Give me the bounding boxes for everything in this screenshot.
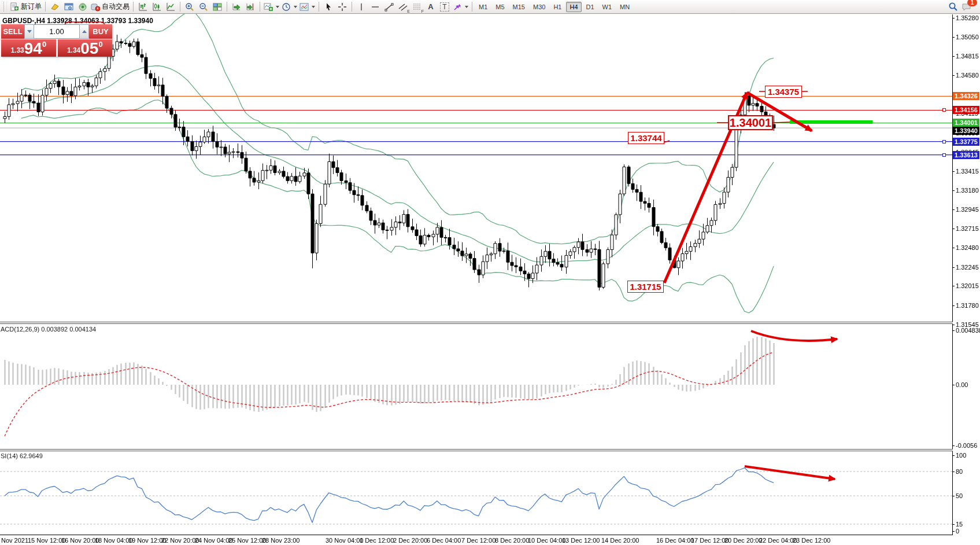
trendline-button[interactable] (382, 1, 396, 13)
zoom-in-button[interactable] (183, 1, 197, 13)
time-axis-label: 17 Dec 12:00 (691, 537, 728, 544)
auto-trading-label: 自动交易 (102, 2, 130, 12)
timeframe-d1[interactable]: D1 (583, 2, 598, 12)
price-tick-label: 1.32015 (956, 282, 979, 289)
time-axis-label: 16 Dec 04:00 (656, 537, 694, 544)
price-tick-label: 1.33180 (956, 187, 979, 194)
time-axis-label: Nov 2021 (1, 537, 28, 544)
pane-splitter-macd[interactable] (0, 322, 953, 324)
buy-price-pipette: 0 (98, 40, 102, 49)
line-chart-icon (166, 2, 175, 12)
timeframe-mn[interactable]: MN (616, 2, 633, 12)
tile-windows-button[interactable] (210, 1, 224, 13)
time-axis-label: 1 Dec 12:00 (360, 537, 394, 544)
rsi-tick-label: 0 (956, 528, 959, 535)
timeframe-m5[interactable]: M5 (492, 2, 508, 12)
line-chart-button[interactable] (164, 1, 177, 13)
signals-button[interactable] (76, 1, 90, 13)
cursor-icon (324, 2, 333, 12)
line-drag-handle[interactable] (942, 140, 946, 143)
search-button[interactable] (946, 1, 960, 13)
candlestick-chart-button[interactable] (150, 1, 164, 13)
bar-chart-button[interactable] (136, 1, 150, 13)
sell-price-display[interactable]: 1.33 94 0 (1, 39, 56, 57)
volume-up-button[interactable] (79, 24, 89, 39)
chart-window-icon (64, 2, 73, 12)
buy-button[interactable]: BUY (89, 24, 112, 39)
text-label-button[interactable]: T (438, 1, 452, 13)
level-price-tag: 1.34156 (953, 106, 979, 114)
text-label-icon: T (440, 2, 449, 12)
chart-shift-button[interactable] (243, 1, 257, 13)
fibonacci-button[interactable]: F (410, 1, 424, 13)
horizontal-line-button[interactable] (368, 1, 382, 13)
arrow-up-icon (82, 30, 87, 33)
time-axis-label: 6 Dec 04:00 (427, 537, 461, 544)
cursor-button[interactable] (321, 1, 335, 13)
line-drag-handle[interactable] (942, 153, 946, 157)
separator (260, 2, 260, 12)
level-price-tag: 1.34001 (953, 119, 979, 127)
auto-scroll-button[interactable] (230, 1, 243, 13)
crosshair-icon (338, 2, 347, 12)
pane-splitter-rsi[interactable] (0, 449, 953, 451)
new-order-button[interactable]: 新订单 (9, 1, 43, 13)
volume-down-button[interactable] (24, 24, 34, 39)
timeframe-h4[interactable]: H4 (566, 2, 581, 12)
annotation-price-label[interactable]: 1.34001 (728, 115, 773, 130)
time-axis-label: 15 Nov 12:00 (28, 537, 65, 544)
macd-tick-label: 0.00 (956, 381, 968, 388)
chart-shift-icon (246, 2, 255, 12)
annotation-price-label[interactable]: 1.31715 (627, 281, 664, 293)
time-axis-label: 19 Nov 12:00 (128, 537, 166, 544)
arrows-tool-button[interactable] (452, 1, 469, 13)
horizontal-line-icon (371, 2, 380, 12)
text-button[interactable]: A (424, 1, 438, 13)
sell-button[interactable]: SELL (1, 24, 24, 39)
separator (45, 2, 46, 12)
buy-price-display[interactable]: 1.34 05 0 (58, 39, 113, 57)
price-tick-label: 1.35280 (956, 14, 979, 21)
vertical-line-icon (357, 2, 366, 12)
vertical-line-button[interactable] (354, 1, 368, 13)
volume-input[interactable]: 1.00 (34, 24, 79, 39)
indicators-button[interactable] (262, 1, 280, 13)
templates-button[interactable] (298, 1, 316, 13)
equidistant-channel-icon (398, 2, 408, 12)
time-axis-label: 20 Dec 20:00 (724, 537, 762, 544)
time-axis-line (0, 535, 953, 535)
time-axis-label: 25 Nov 12:00 (228, 537, 266, 544)
notifications-button[interactable]: 1 (960, 1, 974, 13)
arrows-tool-icon (453, 2, 462, 12)
auto-trading-button[interactable]: 自动交易 (90, 1, 131, 13)
toolbar-grip (3, 2, 7, 12)
chart-canvas[interactable] (0, 0, 980, 545)
timeframe-h1[interactable]: H1 (550, 2, 565, 12)
annotation-price-label[interactable]: 1.33744 (628, 132, 664, 144)
price-tick-label: 1.35050 (956, 34, 979, 40)
price-tick-label: 1.34815 (956, 53, 979, 60)
timeframe-m1[interactable]: M1 (475, 2, 491, 12)
time-axis-label: 10 Dec 04:00 (528, 537, 565, 544)
crosshair-button[interactable] (335, 1, 349, 13)
zoom-out-button[interactable] (197, 1, 210, 13)
market-watch-button[interactable] (48, 1, 62, 13)
separator (319, 2, 319, 12)
equidistant-channel-button[interactable]: E (396, 1, 410, 13)
timeframe-m15[interactable]: M15 (509, 2, 528, 12)
line-drag-handle[interactable] (942, 108, 946, 112)
periodicity-button[interactable] (280, 1, 298, 13)
time-axis-label: 24 Nov 04:00 (195, 537, 232, 544)
fibonacci-icon (412, 2, 421, 12)
bid-price-tag: 1.33940 (953, 127, 979, 135)
timeframe-w1[interactable]: W1 (599, 2, 616, 12)
macd-label: ACD(12,26,9) 0.003892 0.004134 (1, 326, 96, 333)
notification-badge: 1 (967, 0, 977, 6)
timeframe-m30[interactable]: M30 (530, 2, 549, 12)
signals-icon (78, 2, 87, 12)
annotation-price-label[interactable]: 1.34375 (765, 86, 802, 98)
level-price-tag: 1.33775 (953, 138, 979, 146)
price-tick-label: 1.32480 (956, 244, 979, 251)
chart-window-button[interactable] (62, 1, 76, 13)
clock-icon (282, 2, 291, 12)
